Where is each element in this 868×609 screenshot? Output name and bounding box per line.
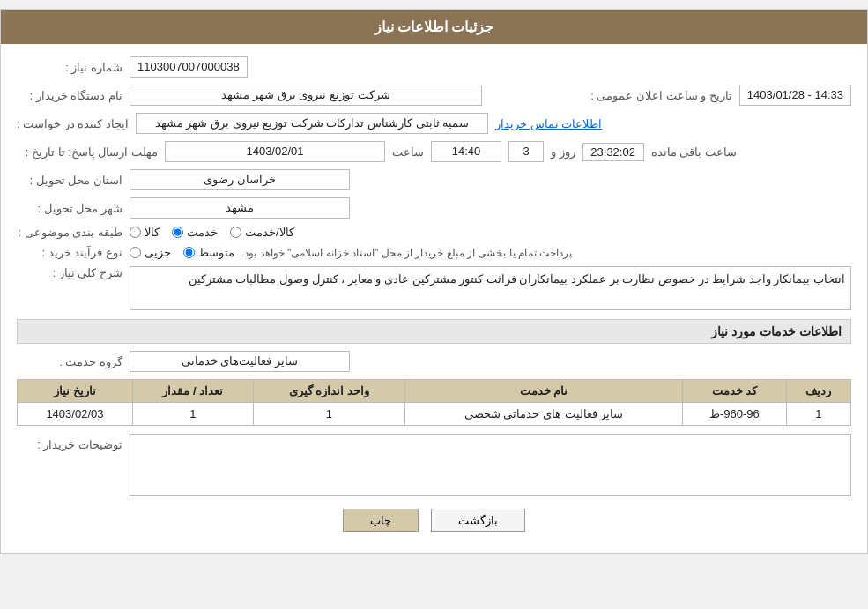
nave-jozi-label: جزیی	[145, 246, 171, 259]
tabaqeh-radio-group: کالا/خدمت خدمت کالا	[130, 226, 294, 239]
col-kod: کد خدمت	[682, 380, 786, 403]
shomare-niaz-label: شماره نیاز :	[17, 61, 122, 74]
col-nam: نام خدمت	[405, 380, 683, 403]
tabaqeh-khedmat-radio[interactable]	[172, 227, 183, 238]
page-container: جزئیات اطلاعات نیاز 1103007007000038 شما…	[0, 9, 868, 554]
mohlat-roz-label: روز و	[551, 145, 575, 159]
nave-farayand-radio-group: متوسط جزیی	[130, 246, 234, 259]
cell-nam: سایر فعالیت های خدماتی شخصی	[405, 403, 683, 426]
tabaqeh-khedmat-label: خدمت	[187, 226, 218, 239]
cell-radif: 1	[786, 403, 850, 426]
cell-vahed: 1	[253, 403, 405, 426]
mohlat-baghimande: ساعت باقی مانده	[651, 145, 737, 159]
nave-farayand-label: نوع فرآیند خرید :	[17, 246, 122, 259]
nave-farayand-row: پرداخت تمام یا بخشی از مبلغ خریدار از مح…	[17, 246, 851, 259]
sharh-value: انتخاب بیمانکار واجد شرایط در خصوص نظارت…	[130, 266, 851, 310]
content-area: 1103007007000038 شماره نیاز : 1403/01/28…	[1, 44, 867, 553]
tabaqeh-label: طبقه بندی موضوعی :	[17, 226, 122, 239]
page-header: جزئیات اطلاعات نیاز	[1, 10, 867, 44]
print-button[interactable]: چاپ	[343, 509, 419, 532]
mohlat-time: 14:40	[431, 141, 501, 162]
tarikh-namdastgah-row: 1403/01/28 - 14:33 تاریخ و ساعت اعلان عم…	[17, 85, 851, 106]
mohlat-countdown: 23:32:02	[582, 143, 644, 161]
service-table: ردیف کد خدمت نام خدمت واحد اندازه گیری ت…	[17, 379, 851, 426]
ijad-konande-value: سمیه ثابتی کارشناس تدارکات شرکت توزیع نی…	[136, 113, 488, 134]
cell-kod: 960-96-ط	[682, 403, 786, 426]
ijad-konande-link[interactable]: اطلاعات تماس خریدار	[495, 117, 602, 130]
tabaqeh-kala-radio[interactable]	[130, 227, 141, 238]
col-vahed: واحد اندازه گیری	[253, 380, 405, 403]
back-button[interactable]: بازگشت	[431, 509, 525, 532]
col-tarikh: تاریخ نیاز	[18, 380, 133, 403]
tosih-label: توضیحات خریدار :	[17, 434, 122, 451]
tabaqeh-kala-khedmat: کالا/خدمت	[230, 226, 294, 239]
mohlat-row: ساعت باقی مانده 23:32:02 روز و 3 14:40 س…	[17, 141, 851, 162]
shahr-value: مشهد	[130, 197, 350, 219]
tabaqeh-kala-khedmat-label: کالا/خدمت	[245, 226, 294, 239]
tabaqeh-kala-khedmat-radio[interactable]	[230, 227, 241, 238]
goroh-row: سایر فعالیت‌های خدماتی گروه خدمت :	[17, 351, 851, 372]
nave-farayand-note: پرداخت تمام یا بخشی از مبلغ خریدار از مح…	[241, 247, 572, 259]
table-row: 1 960-96-ط سایر فعالیت های خدماتی شخصی 1…	[18, 403, 851, 426]
mohlat-label: مهلت ارسال پاسخ: تا تاریخ :	[17, 145, 158, 159]
nave-motavasset-label: متوسط	[198, 246, 234, 259]
goroh-label: گروه خدمت :	[17, 355, 122, 368]
goroh-value: سایر فعالیت‌های خدماتی	[130, 351, 350, 372]
shahr-label: شهر محل تحویل :	[17, 202, 122, 215]
section-khadamat-title: اطلاعات خدمات مورد نیاز	[17, 319, 851, 344]
tabaqeh-kala-label: کالا	[145, 226, 160, 239]
sharh-label: شرح کلی نیاز :	[17, 266, 122, 279]
col-radif: ردیف	[786, 380, 850, 403]
footer-buttons: بازگشت چاپ	[17, 509, 851, 532]
mohlat-roz: 3	[508, 141, 544, 162]
nam-dastgah-value: شرکت توزیع نیروی برق شهر مشهد	[130, 85, 482, 106]
shomare-niaz-value: 1103007007000038	[130, 56, 248, 78]
ijad-konande-row: اطلاعات تماس خریدار سمیه ثابتی کارشناس ت…	[17, 113, 851, 134]
tabaqeh-row: کالا/خدمت خدمت کالا طبقه بندی موضوعی :	[17, 226, 851, 239]
tabaqeh-khedmat: خدمت	[172, 226, 218, 239]
shomare-niaz-row: 1103007007000038 شماره نیاز :	[17, 56, 851, 78]
col-tedad: تعداد / مقدار	[132, 380, 253, 403]
ijad-konande-label: ایجاد کننده در خواست :	[17, 117, 129, 130]
ostan-label: استان محل تحویل :	[17, 174, 122, 187]
sharh-row: انتخاب بیمانکار واجد شرایط در خصوص نظارت…	[17, 266, 851, 310]
mohlat-date: 1403/02/01	[165, 141, 385, 162]
tarikh-label: تاریخ و ساعت اعلان عمومی :	[590, 89, 732, 102]
nave-motavasset-radio[interactable]	[183, 247, 195, 258]
page-title: جزئیات اطلاعات نیاز	[375, 19, 494, 34]
tabaqeh-kala: کالا	[130, 226, 160, 239]
nave-jozi: جزیی	[130, 246, 171, 259]
nave-jozi-radio[interactable]	[130, 247, 141, 258]
tarikh-value: 1403/01/28 - 14:33	[739, 85, 851, 106]
tosih-row: توضیحات خریدار :	[17, 434, 851, 496]
tosih-textarea[interactable]	[130, 434, 851, 496]
nave-motavasset: متوسط	[183, 246, 234, 259]
ostan-value: خراسان رضوی	[130, 169, 350, 190]
mohlat-time-label: ساعت	[392, 145, 424, 159]
nam-dastgah-label: نام دستگاه خریدار :	[17, 89, 122, 102]
cell-tarikh: 1403/02/03	[18, 403, 133, 426]
ostan-row: خراسان رضوی استان محل تحویل :	[17, 169, 851, 190]
cell-tedad: 1	[132, 403, 253, 426]
shahr-row: مشهد شهر محل تحویل :	[17, 197, 851, 219]
